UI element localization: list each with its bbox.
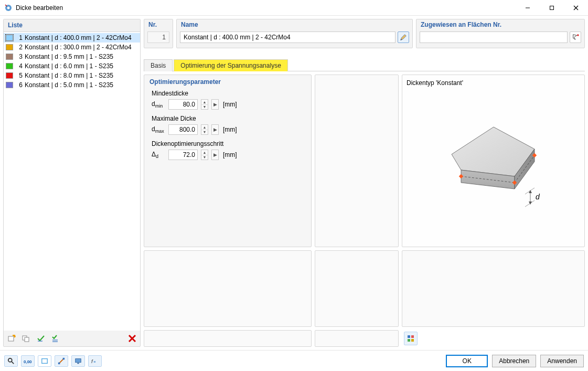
min-spinner[interactable]: ▲▼ [201,99,208,110]
svg-rect-33 [408,339,410,342]
svg-text:≡: ≡ [93,360,95,364]
step-unit: [mm] [223,151,237,158]
blank-panel-bottom-right [402,250,585,327]
blank-panel-bottom-left [144,250,312,327]
list-item[interactable]: 6Konstant | d : 5.0 mm | 1 - S235 [4,80,140,90]
svg-rect-31 [408,335,410,338]
step-label: Dickenoptimierungsschritt [152,140,306,147]
list-color-icon [6,63,13,69]
svg-rect-32 [411,335,414,338]
assigned-box: Zugewiesen an Flächen Nr. [416,19,585,48]
svg-text:✶: ✶ [13,334,16,339]
preview-panel: Dickentyp 'Konstant' [402,75,585,247]
copy-item-button[interactable] [20,333,32,344]
name-input[interactable] [180,31,395,43]
list-item-label: Konstant | d : 9.5 mm | 1 - S235 [25,53,113,60]
list-header: Liste [4,19,140,32]
list-item-index: 4 [15,62,23,70]
max-input[interactable] [168,124,198,135]
nr-header: Nr. [144,19,173,30]
tool-function-button[interactable]: f≡ [88,355,102,367]
titlebar: Dicke bearbeiten [0,0,588,16]
list-item[interactable]: 5Konstant | d : 8.0 mm | 1 - S235 [4,71,140,80]
list-item-index: 2 [15,44,23,51]
svg-rect-10 [38,341,42,342]
list-item[interactable]: 4Konstant | d : 6.0 mm | 1 - S235 [4,61,140,71]
list-item[interactable]: 1Konstant | d : 400.0 mm | 2 - 42CrMo4 [4,33,140,43]
list-color-icon [6,72,13,79]
cancel-button[interactable]: Abbrechen [492,355,536,367]
nr-input [147,31,169,43]
delete-item-button[interactable] [126,333,138,344]
dimension-label: d [536,193,540,201]
pick-surface-button[interactable] [570,31,581,43]
svg-rect-38 [42,358,48,363]
svg-rect-42 [76,358,81,362]
list-item[interactable]: 3Konstant | d : 9.5 mm | 1 - S235 [4,52,140,61]
edit-name-button[interactable] [398,31,409,43]
minimize-button[interactable] [516,0,540,15]
tabs: Basis Optimierung der Spannungsanalyse [144,59,585,71]
max-symbol: dmax [152,125,165,134]
ok-button[interactable]: OK [446,355,488,367]
app-icon [4,4,13,12]
step-spinner[interactable]: ▲▼ [201,150,208,160]
window-title: Dicke bearbeiten [16,4,516,12]
new-item-button[interactable]: ✶ [6,333,17,344]
tool-measure-button[interactable] [55,355,68,367]
tab-basis[interactable]: Basis [144,59,173,71]
step-input[interactable] [168,150,198,160]
list-item-index: 1 [15,34,23,41]
list-item-label: Konstant | d : 300.0 mm | 2 - 42CrMo4 [25,44,132,51]
list-item-label: Konstant | d : 5.0 mm | 1 - S235 [25,81,113,89]
list-color-icon [6,44,13,50]
list-color-icon [6,82,13,88]
svg-rect-11 [52,340,58,341]
min-input[interactable] [168,99,198,110]
params-header: Optimierungsparameter [144,75,311,88]
blank-panel-bottom-mid [315,250,399,327]
tool-rect-button[interactable] [38,355,51,367]
svg-point-1 [7,6,10,9]
max-spinner[interactable]: ▲▼ [201,124,208,135]
step-expand-button[interactable]: ▶ [211,150,219,160]
decimal-button[interactable]: 0,00 [21,355,35,367]
max-unit: [mm] [223,126,237,133]
svg-rect-43 [77,363,79,364]
min-unit: [mm] [223,101,237,108]
svg-rect-12 [52,341,58,342]
check-list-button[interactable] [50,333,61,344]
min-symbol: dmin [152,100,165,109]
svg-text:0,00: 0,00 [24,359,32,364]
min-expand-button[interactable]: ▶ [211,99,219,110]
svg-rect-40 [58,362,60,364]
list-item-label: Konstant | d : 400.0 mm | 2 - 42CrMo4 [25,34,132,41]
check-green-button[interactable] [35,333,47,344]
svg-rect-41 [63,357,65,359]
svg-rect-9 [25,337,29,342]
apply-button[interactable]: Anwenden [540,355,584,367]
name-box: Name [176,19,413,48]
preview-settings-button[interactable] [404,332,418,345]
min-label: Mindestdicke [152,90,306,97]
list-color-icon [6,54,13,60]
max-expand-button[interactable]: ▶ [211,124,219,135]
list-color-icon [6,35,13,41]
max-label: Maximale Dicke [152,115,306,122]
svg-text:f: f [91,358,93,364]
svg-line-36 [12,361,14,363]
list-item[interactable]: 2Konstant | d : 300.0 mm | 2 - 42CrMo4 [4,43,140,52]
list-body[interactable]: 1Konstant | d : 400.0 mm | 2 - 42CrMo42K… [4,32,140,331]
help-button[interactable] [4,355,18,367]
list-item-label: Konstant | d : 8.0 mm | 1 - S235 [25,72,113,79]
list-item-label: Konstant | d : 6.0 mm | 1 - S235 [25,62,113,70]
name-header: Name [177,19,412,30]
maximize-button[interactable] [540,0,564,15]
svg-point-35 [8,358,12,362]
list-item-index: 3 [15,53,23,60]
tool-monitor-button[interactable] [71,355,85,367]
list-item-index: 6 [15,81,23,89]
assigned-input[interactable] [420,31,568,43]
close-button[interactable] [564,0,588,15]
tab-optimization[interactable]: Optimierung der Spannungsanalyse [174,59,287,71]
